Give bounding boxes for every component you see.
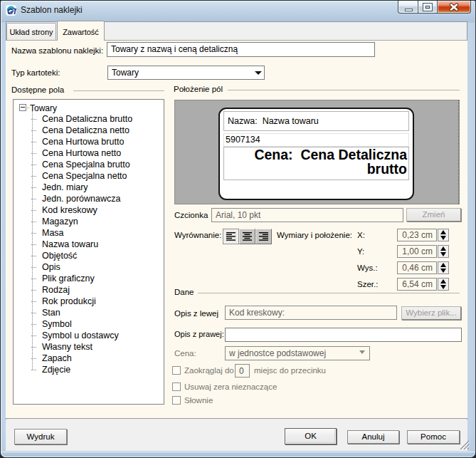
svg-text:GT: GT [7,7,16,16]
